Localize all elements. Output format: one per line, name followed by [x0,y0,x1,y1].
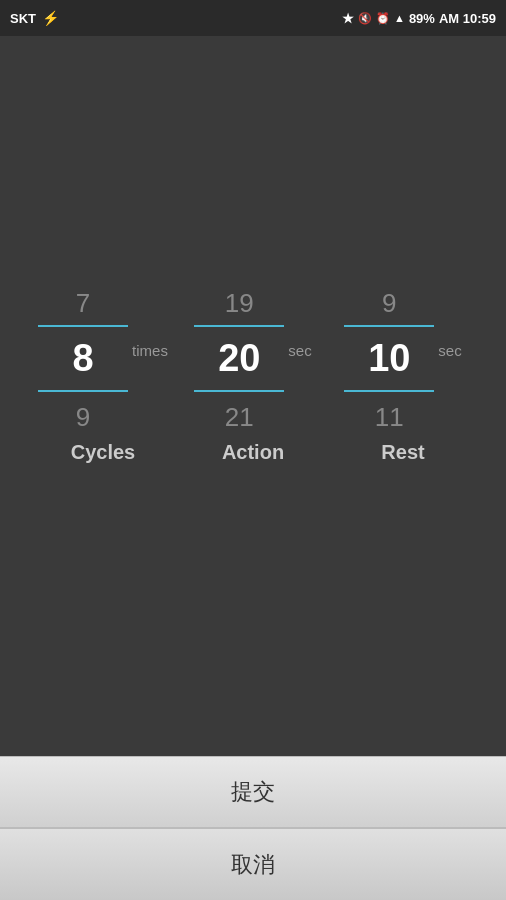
action-picker[interactable]: 19 20 21 sec Action [178,288,328,464]
cycles-picker[interactable]: 7 8 9 times Cycles [28,288,178,464]
action-numbers: 19 20 21 [194,288,284,433]
bottom-buttons: 提交 取消 [0,756,506,900]
signal-icon: ▲ [394,12,405,24]
rest-picker[interactable]: 9 10 11 sec Rest [328,288,478,464]
silent-icon: 🔇 [358,12,372,25]
action-number-unit-row: 19 20 21 sec [194,288,311,433]
rest-numbers: 9 10 11 [344,288,434,433]
action-line-top [194,325,284,327]
rest-below: 11 [375,402,404,433]
rest-unit: sec [438,342,461,379]
cycles-selected: 8 [73,337,94,380]
cycles-label: Cycles [71,441,136,464]
submit-button[interactable]: 提交 [0,756,506,828]
rest-label: Rest [381,441,424,464]
rest-line-top [344,325,434,327]
main-content: 7 8 9 times Cycles 19 20 21 [0,36,506,756]
cycles-above: 7 [76,288,90,319]
cycles-line-top [38,325,128,327]
action-below: 21 [225,402,254,433]
cycles-line-bottom [38,390,128,392]
action-label: Action [222,441,284,464]
battery-label: 89% [409,11,435,26]
status-bar: SKT ⚡ ★ 🔇 ⏰ ▲ 89% AM 10:59 [0,0,506,36]
status-bar-left: SKT ⚡ [10,10,59,26]
time-label: AM 10:59 [439,11,496,26]
pickers-container: 7 8 9 times Cycles 19 20 21 [0,288,506,464]
cycles-below: 9 [76,402,90,433]
rest-above: 9 [382,288,396,319]
cancel-button[interactable]: 取消 [0,828,506,900]
usb-icon: ⚡ [42,10,59,26]
action-above: 19 [225,288,254,319]
cycles-unit: times [132,342,168,379]
rest-line-bottom [344,390,434,392]
cycles-numbers: 7 8 9 [38,288,128,433]
action-line-bottom [194,390,284,392]
cycles-number-unit-row: 7 8 9 times [38,288,168,433]
action-unit: sec [288,342,311,379]
rest-selected: 10 [368,337,410,380]
status-bar-right: ★ 🔇 ⏰ ▲ 89% AM 10:59 [342,11,496,26]
alarm-icon: ⏰ [376,12,390,25]
action-selected: 20 [218,337,260,380]
carrier-label: SKT [10,11,36,26]
rest-number-unit-row: 9 10 11 sec [344,288,461,433]
bluetooth-icon: ★ [342,11,354,26]
